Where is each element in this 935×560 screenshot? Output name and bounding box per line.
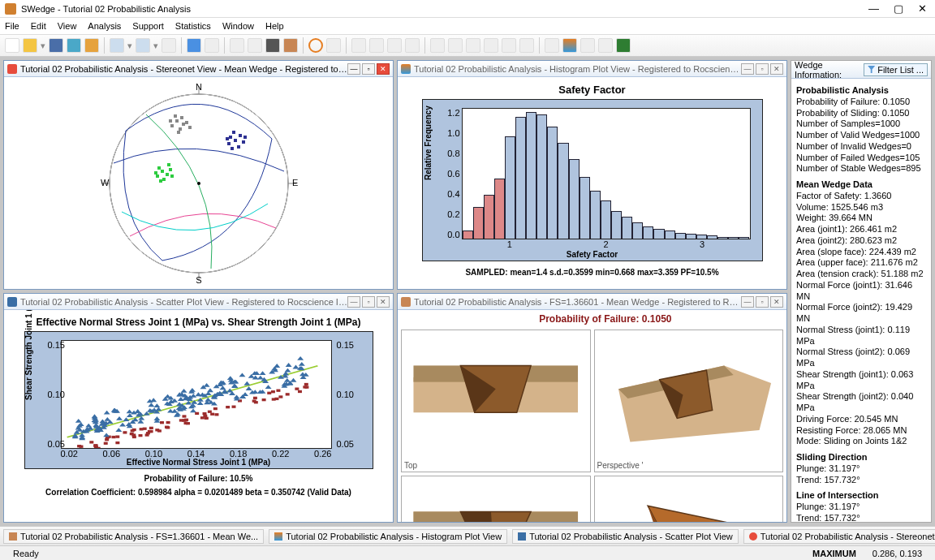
svg-rect-296: [271, 398, 275, 400]
view3d-perspective[interactable]: Perspective ': [594, 330, 784, 472]
svg-rect-13: [185, 121, 188, 124]
new-icon[interactable]: [5, 38, 19, 53]
status-ready: Ready: [5, 549, 47, 558]
menu-support[interactable]: Support: [132, 21, 164, 31]
probability-of-failure-label: Probability of Failure: 0.1050: [539, 313, 671, 325]
stereonet-plot[interactable]: N S W E: [97, 82, 300, 285]
window-title: SWedge - Tutorial 02 Probabilistic Analy…: [21, 4, 868, 14]
tab-scatter[interactable]: Tutorial 02 Probabilistic Analysis - Sca…: [512, 529, 739, 544]
view3d-side[interactable]: Side: [594, 476, 784, 522]
tool-icon-5[interactable]: [502, 38, 516, 53]
copy-icon[interactable]: [162, 38, 176, 53]
histogram-plot[interactable]: Relative Frequency Safety Factor 1.21.00…: [422, 99, 763, 261]
histogram-subtitle: SAMPLED: mean=1.4 s.d.=0.3599 min=0.668 …: [465, 268, 718, 277]
chart-line-icon[interactable]: [545, 38, 559, 53]
clipboard-icon[interactable]: [84, 38, 99, 53]
sidebar-line: Factor of Safety: 1.3660: [796, 191, 926, 202]
menu-window[interactable]: Window: [222, 21, 254, 31]
menu-analysis[interactable]: Analysis: [88, 21, 121, 31]
menu-help[interactable]: Help: [265, 21, 284, 31]
svg-rect-37: [159, 179, 162, 183]
menu-file[interactable]: File: [5, 21, 19, 31]
pane-max-button[interactable]: ▫: [362, 63, 375, 75]
scatter-plot[interactable]: Shear Strength Joint 1 (MPa) Effective N…: [24, 331, 373, 469]
svg-rect-271: [252, 399, 256, 402]
pane-close-button[interactable]: ✕: [377, 296, 390, 308]
export-excel-icon[interactable]: [616, 38, 631, 53]
chart-cumulative-icon[interactable]: [580, 38, 595, 53]
pane-min-button[interactable]: —: [741, 63, 754, 75]
tool-icon-1[interactable]: [430, 38, 445, 53]
pane-close-button[interactable]: ✕: [770, 296, 783, 308]
tab-scatter-icon: [518, 532, 526, 541]
pane-close-button[interactable]: ✕: [377, 63, 390, 75]
svg-rect-258: [115, 435, 119, 437]
pane-min-button[interactable]: —: [741, 296, 754, 308]
chart-bar-icon[interactable]: [562, 38, 577, 53]
tab-3d[interactable]: Tutorial 02 Probabilistic Analysis - FS=…: [3, 529, 264, 544]
menu-edit[interactable]: Edit: [31, 21, 46, 31]
tab-histogram[interactable]: Tutorial 02 Probabilistic Analysis - His…: [269, 529, 507, 544]
zoom-extents-icon[interactable]: [351, 38, 366, 53]
svg-marker-314: [648, 506, 759, 522]
minimize-button[interactable]: —: [868, 2, 879, 15]
svg-rect-257: [166, 421, 170, 424]
pane-close-button[interactable]: ✕: [770, 63, 783, 75]
tool-icon-6[interactable]: [519, 38, 534, 53]
view3d-front[interactable]: Front: [401, 476, 591, 522]
tool-icon-2[interactable]: [448, 38, 463, 53]
input-data-icon[interactable]: [187, 38, 201, 53]
menu-view[interactable]: View: [58, 21, 77, 31]
open-icon[interactable]: [23, 38, 37, 53]
tool-icon-4[interactable]: [484, 38, 498, 53]
maximize-button[interactable]: ▢: [894, 2, 903, 15]
svg-rect-112: [182, 415, 186, 417]
print-icon[interactable]: [67, 38, 81, 53]
undo-icon[interactable]: [110, 38, 124, 53]
sidebar-line: Area (joint1): 266.461 m2: [796, 224, 926, 235]
svg-text:W: W: [101, 178, 110, 187]
view-caption-perspective: Perspective ': [597, 461, 644, 470]
zoom-out-icon[interactable]: [387, 38, 402, 53]
save-icon[interactable]: [49, 38, 63, 53]
svg-rect-18: [182, 123, 185, 126]
close-button[interactable]: ✕: [918, 2, 927, 15]
pane-max-button[interactable]: ▫: [756, 63, 769, 75]
pane-max-button[interactable]: ▫: [756, 296, 769, 308]
svg-marker-185: [196, 401, 203, 405]
filter-list-button[interactable]: Filter List ...: [864, 63, 928, 76]
menu-statistics[interactable]: Statistics: [175, 21, 211, 31]
pane-max-button[interactable]: ▫: [362, 296, 375, 308]
scatter-svg: [62, 341, 331, 448]
svg-rect-131: [226, 406, 230, 408]
svg-rect-233: [159, 421, 163, 424]
pan-icon[interactable]: [405, 38, 420, 53]
analyze-icon[interactable]: [230, 38, 244, 53]
sidebar-body[interactable]: Probabilistic AnalysisProbability of Fai…: [791, 79, 931, 522]
pane-min-button[interactable]: —: [347, 296, 360, 308]
sidebar-header: Wedge Information:: [795, 60, 864, 80]
tool-icon-3[interactable]: [466, 38, 480, 53]
sidebar-line: Normal Stress (joint2): 0.069 MPa: [796, 347, 926, 369]
svg-rect-20: [229, 136, 232, 139]
layout-icon[interactable]: [326, 38, 341, 53]
report-icon[interactable]: [248, 38, 262, 53]
tab-stereonet[interactable]: Tutorial 02 Probabilistic Analysis - Ste…: [743, 529, 935, 544]
svg-text:S: S: [196, 275, 201, 285]
scatter-xlabel: Effective Normal Stress Joint 1 (MPa): [127, 458, 270, 467]
pane-min-button[interactable]: —: [347, 63, 360, 75]
wedge-data-icon[interactable]: [205, 38, 219, 53]
redo-icon[interactable]: [136, 38, 150, 53]
view3d-top[interactable]: Top: [401, 330, 591, 472]
chart-scatter-icon[interactable]: [598, 38, 613, 53]
zoom-in-icon[interactable]: [369, 38, 384, 53]
compute-icon[interactable]: [265, 38, 280, 53]
svg-marker-156: [150, 398, 157, 402]
view3d-icon[interactable]: [283, 38, 298, 53]
svg-rect-61: [111, 436, 115, 438]
sidebar-line: Normal Force (joint2): 19.429 MN: [796, 302, 926, 325]
svg-marker-155: [167, 409, 174, 413]
app-icon: [5, 3, 16, 15]
sidebar-line: Area (slope face): 224.439 m2: [796, 247, 926, 258]
stereonet-icon[interactable]: [308, 38, 323, 53]
